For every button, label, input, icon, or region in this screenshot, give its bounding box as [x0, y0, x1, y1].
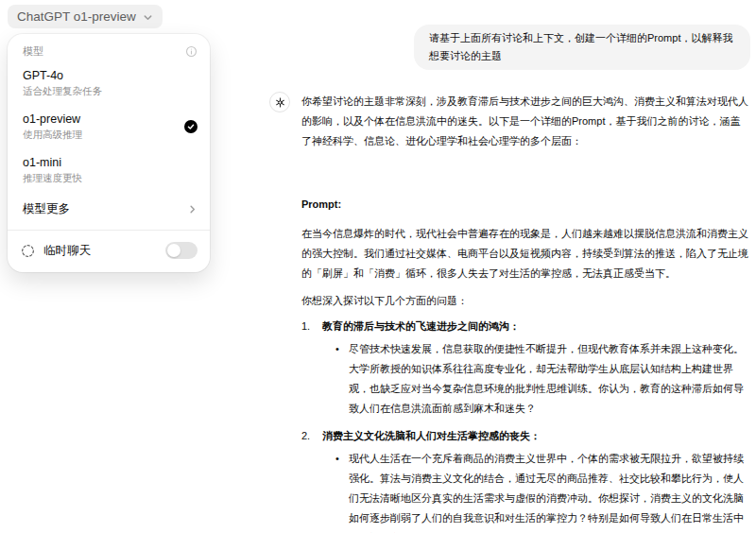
aspects-lead-paragraph: 你想深入探讨以下几个方面的问题： — [301, 291, 750, 311]
model-description: 使用高级推理 — [23, 129, 82, 141]
bullet-text: 现代人生活在一个充斥着商品的消费主义世界中，个体的需求被无限拉升，欲望被持续强化… — [349, 449, 750, 533]
more-models-item[interactable]: 模型更多 — [8, 192, 210, 227]
chevron-right-icon — [187, 204, 198, 215]
chevron-down-icon — [143, 12, 153, 23]
info-icon[interactable] — [185, 45, 198, 58]
model-menu-section-label: 模型 — [23, 44, 43, 59]
bullet-item: 尽管技术快速发展，信息获取的便捷性不断提升，但现代教育体系并未跟上这种变化。大学… — [322, 339, 750, 419]
list-item-number: 1. — [301, 317, 322, 419]
prompt-body-paragraph: 在当今信息爆炸的时代，现代社会中普遍存在的现象是，人们越来越难以摆脱信息洪流和消… — [301, 224, 750, 284]
openai-logo-icon — [274, 96, 286, 109]
chatgpt-window: ChatGPT o1-preview 模型 GPT-4o 适合处理复杂任务 o1… — [0, 0, 756, 533]
model-switcher-label: ChatGPT o1-preview — [17, 9, 136, 24]
bullet-item: 现代人生活在一个充斥着商品的消费主义世界中，个体的需求被无限拉升，欲望被持续强化… — [322, 449, 750, 533]
assistant-intro-paragraph: 你希望讨论的主题非常深刻，涉及教育滞后与技术进步之间的巨大鸿沟、消费主义和算法对… — [301, 92, 750, 151]
model-menu-header: 模型 — [8, 40, 210, 61]
list-item-title: 消费主义文化洗脑和人们对生活掌控感的丧失： — [322, 426, 750, 446]
prompt-heading: Prompt: — [301, 195, 750, 215]
user-message-row: 请基于上面所有讨论和上下文，创建一个详细的Prompt，以解释我想要讨论的主题 — [269, 25, 750, 70]
menu-item-o1-preview[interactable]: o1-preview 使用高级推理 — [8, 105, 210, 148]
list-item-title: 教育的滞后与技术的飞速进步之间的鸿沟： — [322, 317, 750, 336]
list-item-number: 2. — [301, 426, 322, 533]
bullet-marker — [335, 339, 349, 419]
list-item: 2. 消费主义文化洗脑和人们对生活掌控感的丧失： 现代人生活在一个充斥着商品的消… — [301, 426, 750, 533]
chat-column: 请基于上面所有讨论和上下文，创建一个详细的Prompt，以解释我想要讨论的主题 — [269, 0, 750, 533]
menu-item-gpt-4o[interactable]: GPT-4o 适合处理复杂任务 — [8, 61, 210, 105]
list-item: 1. 教育的滞后与技术的飞速进步之间的鸿沟： 尽管技术快速发展，信息获取的便捷性… — [301, 317, 750, 419]
bullet-marker — [335, 449, 349, 533]
temporary-chat-icon — [21, 244, 35, 258]
check-circle-icon — [184, 120, 198, 133]
assistant-avatar — [269, 92, 290, 112]
temporary-chat-label: 临时聊天 — [43, 243, 91, 259]
assistant-message-row: 你希望讨论的主题非常深刻，涉及教育滞后与技术进步之间的巨大鸿沟、消费主义和算法对… — [269, 92, 750, 533]
model-description: 推理速度更快 — [23, 172, 82, 184]
model-menu-dropdown: 模型 GPT-4o 适合处理复杂任务 o1-preview 使用高级推理 o1-… — [8, 34, 210, 272]
model-name: o1-mini — [23, 156, 82, 170]
more-models-label: 模型更多 — [23, 201, 70, 217]
temporary-chat-toggle[interactable] — [165, 242, 198, 259]
model-description: 适合处理复杂任务 — [23, 85, 102, 97]
menu-divider — [8, 230, 210, 231]
model-name: GPT-4o — [23, 69, 102, 83]
menu-item-o1-mini[interactable]: o1-mini 推理速度更快 — [8, 148, 210, 192]
model-name: o1-preview — [23, 112, 82, 127]
toggle-knob — [167, 244, 180, 257]
bullet-text: 尽管技术快速发展，信息获取的便捷性不断提升，但现代教育体系并未跟上这种变化。大学… — [349, 339, 750, 419]
temporary-chat-item[interactable]: 临时聊天 — [8, 233, 210, 267]
model-switcher-button[interactable]: ChatGPT o1-preview — [8, 5, 163, 28]
assistant-message-content: 你希望讨论的主题非常深刻，涉及教育滞后与技术进步之间的巨大鸿沟、消费主义和算法对… — [301, 92, 750, 533]
aspects-ordered-list: 1. 教育的滞后与技术的飞速进步之间的鸿沟： 尽管技术快速发展，信息获取的便捷性… — [301, 317, 750, 533]
user-message-bubble: 请基于上面所有讨论和上下文，创建一个详细的Prompt，以解释我想要讨论的主题 — [414, 25, 750, 70]
